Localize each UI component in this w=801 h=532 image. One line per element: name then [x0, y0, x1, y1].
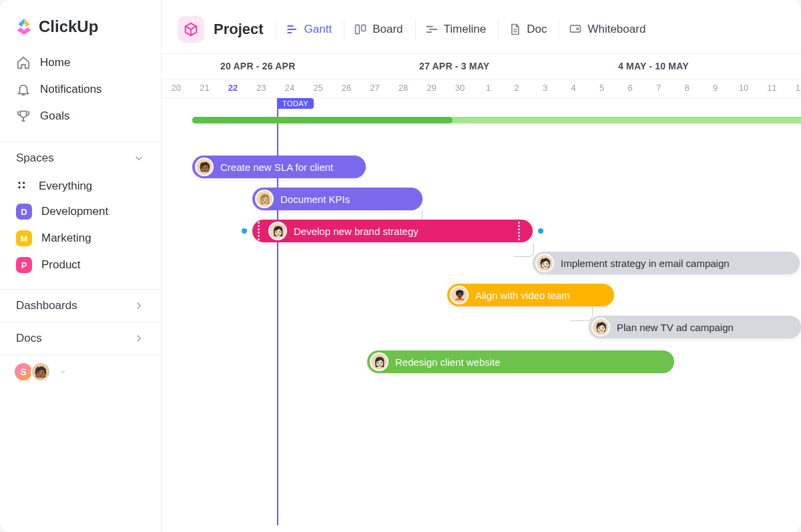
home-icon	[16, 55, 31, 70]
week-range-row: 20 APR - 26 APR 27 APR - 3 MAY 4 MAY - 1…	[162, 54, 801, 79]
dependency-connector	[570, 306, 593, 321]
day-cell: 5	[588, 83, 616, 93]
grid-icon	[16, 180, 29, 193]
chevron-right-icon	[133, 332, 145, 344]
day-cell: 1	[475, 83, 503, 93]
brand-name: ClickUp	[39, 17, 98, 36]
task-bar[interactable]: 🧑🏾 Create new SLA for client	[192, 156, 366, 178]
app-window: ClickUp Home Notifications Goals Spaces	[0, 0, 801, 532]
day-cell: 9	[702, 83, 730, 93]
gantt-chart[interactable]: TODAY 🧑🏾 Create new SLA for client 👩🏼 Do…	[162, 98, 801, 525]
section-title: Spaces	[16, 152, 54, 165]
task-label: Document KPIs	[280, 194, 350, 205]
day-cell: 10	[730, 83, 758, 93]
brand-logo[interactable]: ClickUp	[0, 0, 161, 49]
spaces-header[interactable]: Spaces	[0, 142, 161, 174]
whiteboard-icon	[569, 23, 582, 36]
tab-label: Timeline	[444, 23, 487, 36]
day-cell: 25	[304, 83, 332, 93]
project-title: Project	[214, 21, 264, 38]
day-cell: 28	[389, 83, 417, 93]
nav-label: Home	[40, 56, 70, 69]
assignee-avatar: 👩🏻	[370, 352, 388, 371]
docs-header[interactable]: Docs	[0, 322, 161, 355]
space-product[interactable]: P Product	[8, 252, 153, 278]
task-label: Implement strategy in email campaign	[561, 258, 730, 269]
svg-point-2	[18, 186, 20, 188]
day-cell: 29	[418, 83, 446, 93]
task-bar[interactable]: 👩🏼 Document KPIs	[252, 188, 423, 210]
task-label: Plan new TV ad campaign	[617, 322, 734, 333]
svg-point-3	[23, 186, 25, 188]
assignee-avatar: 🧑🏻	[591, 318, 610, 336]
task-bar[interactable]: 👩🏻 Redesign client website	[367, 350, 674, 373]
space-development[interactable]: D Development	[8, 198, 153, 225]
project-chip[interactable]	[178, 16, 204, 43]
section-title: Dashboards	[16, 299, 77, 312]
task-label: Align with video team	[475, 290, 570, 301]
nav-home[interactable]: Home	[8, 49, 153, 76]
task-bar[interactable]: 🧑🏻 Plan new TV ad campaign	[589, 316, 801, 338]
tab-label: Gantt	[304, 23, 332, 36]
user-switcher[interactable]: S 🧑🏾	[0, 355, 161, 388]
dependency-handle[interactable]	[538, 228, 543, 234]
day-cell: 11	[758, 83, 786, 93]
summary-progress-fill	[192, 117, 453, 123]
gantt-icon	[286, 23, 299, 36]
dashboards-header[interactable]: Dashboards	[0, 289, 161, 322]
nav-goals[interactable]: Goals	[8, 103, 153, 129]
nav-notifications[interactable]: Notifications	[8, 76, 153, 103]
svg-point-1	[23, 182, 25, 184]
tab-whiteboard[interactable]: Whiteboard	[559, 19, 655, 40]
day-cell: 27	[361, 83, 389, 93]
week-range: 27 APR - 3 MAY	[419, 61, 489, 71]
day-cell: 30	[446, 83, 474, 93]
today-badge: TODAY	[277, 98, 314, 109]
tab-board[interactable]: Board	[344, 19, 412, 40]
space-everything[interactable]: Everything	[8, 174, 153, 198]
sidebar: ClickUp Home Notifications Goals Spaces	[0, 0, 162, 532]
dependency-connector	[514, 242, 534, 257]
section-title: Docs	[16, 332, 42, 345]
task-bar[interactable]: 🧑🏿‍🦱 Align with video team	[447, 284, 614, 306]
space-label: Development	[41, 205, 108, 218]
day-cell: 8	[673, 83, 701, 93]
assignee-avatar: 👩🏻	[268, 222, 287, 240]
space-badge: D	[16, 204, 32, 220]
assignee-avatar: 🧑🏻	[535, 254, 554, 272]
clickup-logo-icon	[15, 17, 33, 36]
space-marketing[interactable]: M Marketing	[8, 225, 153, 252]
user-avatar-photo: 🧑🏾	[31, 362, 51, 382]
tab-gantt[interactable]: Gantt	[276, 19, 342, 40]
space-badge: P	[16, 257, 32, 273]
day-cell: 26	[332, 83, 360, 93]
day-cell: 3	[531, 83, 559, 93]
day-cell: 2	[503, 83, 531, 93]
doc-icon	[508, 23, 521, 36]
nav-label: Notifications	[40, 83, 102, 96]
drag-handle-icon[interactable]	[515, 222, 522, 240]
tab-timeline[interactable]: Timeline	[415, 19, 496, 40]
day-cell: 6	[616, 83, 644, 93]
assignee-avatar: 🧑🏿‍🦱	[450, 286, 469, 304]
primary-nav: Home Notifications Goals	[0, 49, 161, 142]
dependency-handle[interactable]	[242, 228, 247, 234]
dependency-connector	[422, 210, 423, 220]
task-label: Create new SLA for client	[220, 162, 333, 173]
day-cell: 4	[559, 83, 587, 93]
week-range: 4 MAY - 10 MAY	[618, 61, 689, 71]
svg-rect-4	[356, 25, 360, 33]
tab-doc[interactable]: Doc	[498, 19, 556, 40]
drag-handle-icon[interactable]	[255, 222, 262, 240]
task-bar[interactable]: 🧑🏻 Implement strategy in email campaign	[533, 252, 800, 274]
day-header-row: 2021222324252627282930123456789101112	[162, 79, 801, 98]
timeline-icon	[425, 23, 439, 36]
svg-rect-6	[571, 25, 581, 32]
task-label: Develop new brand strategy	[294, 226, 419, 237]
tab-label: Board	[372, 23, 403, 36]
task-label: Redesign client website	[395, 356, 501, 368]
task-bar[interactable]: 👩🏻 Develop new brand strategy	[252, 220, 533, 242]
assignee-avatar: 🧑🏾	[195, 158, 214, 176]
day-cell: 21	[191, 83, 219, 93]
day-cell: 7	[645, 83, 673, 93]
